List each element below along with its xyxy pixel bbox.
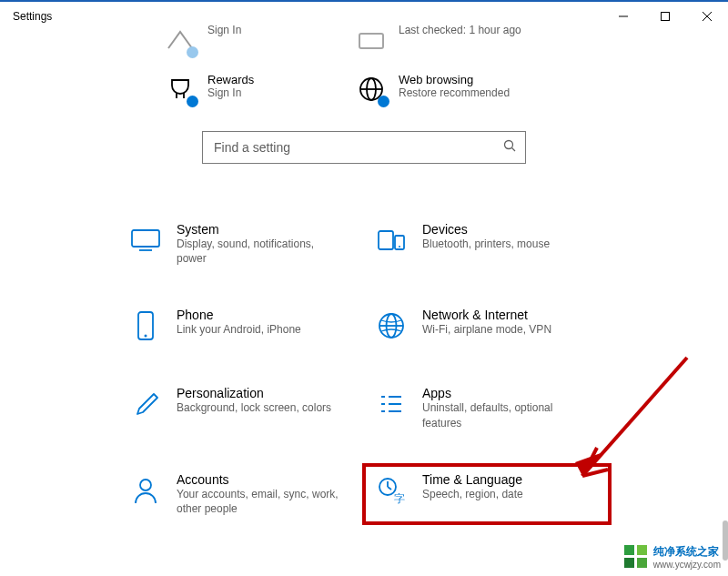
maximize-button[interactable] <box>644 2 686 31</box>
category-personalization[interactable]: Personalization Background, lock screen,… <box>118 379 364 437</box>
close-button[interactable] <box>686 2 728 31</box>
category-title: Personalization <box>177 386 331 400</box>
category-sub: Your accounts, email, sync, work, other … <box>177 487 340 516</box>
svg-text:字: 字 <box>394 492 405 505</box>
status-tile-microsoft-account[interactable]: Sign In <box>164 24 355 56</box>
svg-line-11 <box>512 148 516 152</box>
minimize-icon <box>619 12 628 21</box>
accounts-icon <box>127 472 164 509</box>
badge-dot-icon <box>378 96 389 107</box>
category-accounts[interactable]: Accounts Your accounts, email, sync, wor… <box>118 465 364 523</box>
status-sub: Sign In <box>207 24 241 38</box>
category-network[interactable]: Network & Internet Wi-Fi, airplane mode,… <box>364 300 610 351</box>
status-tile-web-browsing[interactable]: Web browsing Restore recommended <box>355 73 564 106</box>
search-box[interactable] <box>202 131 526 164</box>
category-apps[interactable]: Apps Uninstall, defaults, optional featu… <box>364 379 610 437</box>
status-title: Web browsing <box>399 73 510 86</box>
category-phone[interactable]: Phone Link your Android, iPhone <box>118 300 364 351</box>
close-icon <box>703 12 712 21</box>
badge-dot-icon <box>187 46 198 58</box>
minimize-button[interactable] <box>602 2 644 31</box>
apps-icon <box>373 386 410 422</box>
search-icon <box>503 139 516 156</box>
maximize-icon <box>661 12 670 21</box>
devices-icon <box>373 222 410 258</box>
globe-icon <box>373 308 410 344</box>
category-sub: Link your Android, iPhone <box>177 322 301 337</box>
category-sub: Uninstall, defaults, optional features <box>422 400 586 429</box>
window-title: Settings <box>13 10 52 23</box>
scrollbar-thumb[interactable] <box>723 520 728 561</box>
category-system[interactable]: System Display, sound, notifications, po… <box>118 215 364 273</box>
category-title: Phone <box>177 308 301 322</box>
watermark-text-line2: www.ycwjzy.com <box>653 560 721 570</box>
svg-rect-1 <box>662 13 670 21</box>
status-tile-rewards[interactable]: Rewards Sign In <box>164 73 355 106</box>
category-devices[interactable]: Devices Bluetooth, printers, mouse <box>364 215 610 273</box>
svg-rect-4 <box>359 34 383 48</box>
status-title: Rewards <box>207 73 254 86</box>
personalization-icon <box>127 386 164 422</box>
status-sub: Sign In <box>207 86 254 101</box>
update-icon <box>355 24 388 56</box>
system-icon <box>127 222 164 258</box>
svg-point-10 <box>505 141 513 149</box>
svg-point-28 <box>140 480 151 490</box>
svg-rect-39 <box>624 558 634 568</box>
watermark-text-line1: 纯净系统之家 <box>653 544 721 560</box>
category-title: System <box>177 222 340 237</box>
account-icon <box>164 24 197 56</box>
category-sub: Background, lock screen, colors <box>177 400 331 415</box>
svg-point-18 <box>145 335 147 338</box>
category-sub: Display, sound, notifications, power <box>177 237 340 266</box>
search-input[interactable] <box>212 139 503 156</box>
category-title: Network & Internet <box>422 308 551 322</box>
rewards-icon <box>164 73 197 106</box>
category-sub: Wi-Fi, airplane mode, VPN <box>422 322 551 337</box>
svg-rect-40 <box>637 558 647 568</box>
svg-line-31 <box>388 487 391 490</box>
category-title: Devices <box>422 222 550 237</box>
category-sub: Speech, region, date <box>422 487 523 501</box>
svg-point-16 <box>399 246 400 248</box>
search-wrap <box>0 131 728 164</box>
svg-rect-38 <box>637 545 647 555</box>
status-sub: Restore recommended <box>399 86 510 101</box>
phone-icon <box>127 308 164 344</box>
status-row-2: Rewards Sign In Web browsing Restore rec… <box>0 73 728 106</box>
watermark-logo-icon <box>622 543 650 571</box>
category-title: Time & Language <box>422 472 523 487</box>
svg-rect-12 <box>132 230 159 247</box>
window-controls <box>602 2 728 31</box>
svg-rect-14 <box>379 231 393 249</box>
category-time-language[interactable]: 字 Time & Language Speech, region, date <box>364 465 610 523</box>
category-sub: Bluetooth, printers, mouse <box>422 237 550 251</box>
globe-icon <box>355 73 388 106</box>
categories-grid: System Display, sound, notifications, po… <box>0 215 728 523</box>
status-sub: Last checked: 1 hour ago <box>399 24 521 38</box>
svg-rect-37 <box>624 545 634 555</box>
status-tile-windows-update[interactable]: Last checked: 1 hour ago <box>355 24 564 56</box>
watermark: 纯净系统之家 www.ycwjzy.com <box>622 543 721 571</box>
category-title: Accounts <box>177 472 340 487</box>
time-language-icon: 字 <box>373 472 410 509</box>
category-title: Apps <box>422 386 586 400</box>
badge-dot-icon <box>187 96 198 107</box>
